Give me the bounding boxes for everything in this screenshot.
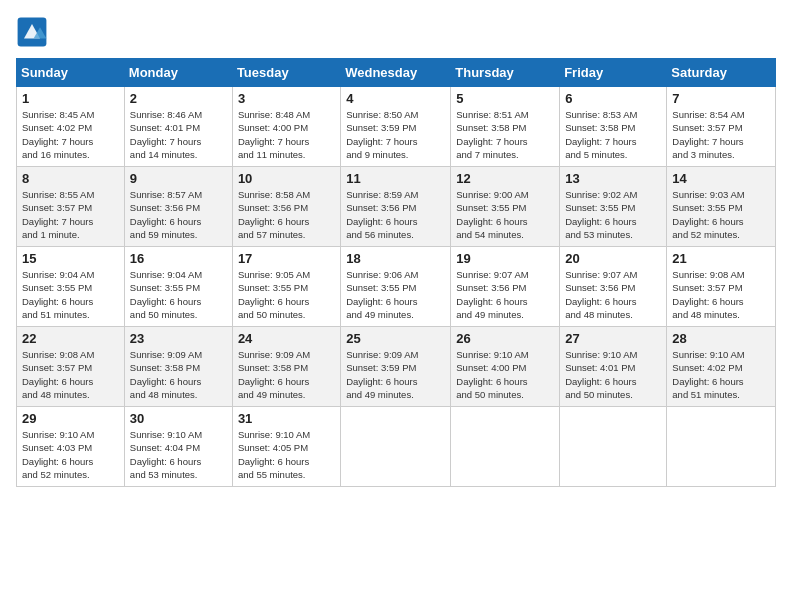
day-info: Sunrise: 9:07 AM Sunset: 3:56 PM Dayligh… xyxy=(456,268,554,321)
day-info: Sunrise: 8:59 AM Sunset: 3:56 PM Dayligh… xyxy=(346,188,445,241)
day-number: 29 xyxy=(22,411,119,426)
day-cell: 4Sunrise: 8:50 AM Sunset: 3:59 PM Daylig… xyxy=(341,87,451,167)
weekday-tuesday: Tuesday xyxy=(232,59,340,87)
day-info: Sunrise: 9:09 AM Sunset: 3:58 PM Dayligh… xyxy=(238,348,335,401)
day-cell: 24Sunrise: 9:09 AM Sunset: 3:58 PM Dayli… xyxy=(232,327,340,407)
day-info: Sunrise: 9:02 AM Sunset: 3:55 PM Dayligh… xyxy=(565,188,661,241)
day-info: Sunrise: 9:08 AM Sunset: 3:57 PM Dayligh… xyxy=(22,348,119,401)
day-cell xyxy=(560,407,667,487)
day-number: 15 xyxy=(22,251,119,266)
weekday-saturday: Saturday xyxy=(667,59,776,87)
day-info: Sunrise: 9:03 AM Sunset: 3:55 PM Dayligh… xyxy=(672,188,770,241)
day-info: Sunrise: 9:05 AM Sunset: 3:55 PM Dayligh… xyxy=(238,268,335,321)
day-cell: 30Sunrise: 9:10 AM Sunset: 4:04 PM Dayli… xyxy=(124,407,232,487)
day-info: Sunrise: 9:10 AM Sunset: 4:03 PM Dayligh… xyxy=(22,428,119,481)
day-number: 24 xyxy=(238,331,335,346)
day-cell: 18Sunrise: 9:06 AM Sunset: 3:55 PM Dayli… xyxy=(341,247,451,327)
weekday-friday: Friday xyxy=(560,59,667,87)
weekday-header-row: SundayMondayTuesdayWednesdayThursdayFrid… xyxy=(17,59,776,87)
day-cell: 27Sunrise: 9:10 AM Sunset: 4:01 PM Dayli… xyxy=(560,327,667,407)
day-info: Sunrise: 8:58 AM Sunset: 3:56 PM Dayligh… xyxy=(238,188,335,241)
day-info: Sunrise: 9:09 AM Sunset: 3:59 PM Dayligh… xyxy=(346,348,445,401)
day-info: Sunrise: 8:57 AM Sunset: 3:56 PM Dayligh… xyxy=(130,188,227,241)
day-number: 16 xyxy=(130,251,227,266)
day-cell: 15Sunrise: 9:04 AM Sunset: 3:55 PM Dayli… xyxy=(17,247,125,327)
day-cell: 9Sunrise: 8:57 AM Sunset: 3:56 PM Daylig… xyxy=(124,167,232,247)
day-number: 11 xyxy=(346,171,445,186)
day-cell: 6Sunrise: 8:53 AM Sunset: 3:58 PM Daylig… xyxy=(560,87,667,167)
day-cell: 7Sunrise: 8:54 AM Sunset: 3:57 PM Daylig… xyxy=(667,87,776,167)
week-row-3: 15Sunrise: 9:04 AM Sunset: 3:55 PM Dayli… xyxy=(17,247,776,327)
day-info: Sunrise: 9:10 AM Sunset: 4:05 PM Dayligh… xyxy=(238,428,335,481)
day-cell: 28Sunrise: 9:10 AM Sunset: 4:02 PM Dayli… xyxy=(667,327,776,407)
day-number: 17 xyxy=(238,251,335,266)
day-cell: 10Sunrise: 8:58 AM Sunset: 3:56 PM Dayli… xyxy=(232,167,340,247)
day-number: 26 xyxy=(456,331,554,346)
day-number: 22 xyxy=(22,331,119,346)
day-cell: 25Sunrise: 9:09 AM Sunset: 3:59 PM Dayli… xyxy=(341,327,451,407)
day-info: Sunrise: 9:10 AM Sunset: 4:00 PM Dayligh… xyxy=(456,348,554,401)
day-cell: 3Sunrise: 8:48 AM Sunset: 4:00 PM Daylig… xyxy=(232,87,340,167)
day-cell: 14Sunrise: 9:03 AM Sunset: 3:55 PM Dayli… xyxy=(667,167,776,247)
day-info: Sunrise: 9:10 AM Sunset: 4:02 PM Dayligh… xyxy=(672,348,770,401)
day-info: Sunrise: 8:50 AM Sunset: 3:59 PM Dayligh… xyxy=(346,108,445,161)
day-number: 2 xyxy=(130,91,227,106)
day-info: Sunrise: 9:08 AM Sunset: 3:57 PM Dayligh… xyxy=(672,268,770,321)
day-number: 3 xyxy=(238,91,335,106)
day-number: 14 xyxy=(672,171,770,186)
week-row-4: 22Sunrise: 9:08 AM Sunset: 3:57 PM Dayli… xyxy=(17,327,776,407)
day-cell xyxy=(341,407,451,487)
day-info: Sunrise: 9:07 AM Sunset: 3:56 PM Dayligh… xyxy=(565,268,661,321)
day-cell: 21Sunrise: 9:08 AM Sunset: 3:57 PM Dayli… xyxy=(667,247,776,327)
day-number: 12 xyxy=(456,171,554,186)
calendar-page: SundayMondayTuesdayWednesdayThursdayFrid… xyxy=(0,0,792,612)
day-cell: 5Sunrise: 8:51 AM Sunset: 3:58 PM Daylig… xyxy=(451,87,560,167)
day-cell: 29Sunrise: 9:10 AM Sunset: 4:03 PM Dayli… xyxy=(17,407,125,487)
day-number: 8 xyxy=(22,171,119,186)
day-number: 20 xyxy=(565,251,661,266)
week-row-2: 8Sunrise: 8:55 AM Sunset: 3:57 PM Daylig… xyxy=(17,167,776,247)
day-number: 13 xyxy=(565,171,661,186)
weekday-monday: Monday xyxy=(124,59,232,87)
day-cell: 17Sunrise: 9:05 AM Sunset: 3:55 PM Dayli… xyxy=(232,247,340,327)
day-number: 7 xyxy=(672,91,770,106)
day-number: 23 xyxy=(130,331,227,346)
day-cell xyxy=(667,407,776,487)
day-info: Sunrise: 9:00 AM Sunset: 3:55 PM Dayligh… xyxy=(456,188,554,241)
day-number: 1 xyxy=(22,91,119,106)
day-cell: 26Sunrise: 9:10 AM Sunset: 4:00 PM Dayli… xyxy=(451,327,560,407)
day-cell: 11Sunrise: 8:59 AM Sunset: 3:56 PM Dayli… xyxy=(341,167,451,247)
day-info: Sunrise: 9:10 AM Sunset: 4:04 PM Dayligh… xyxy=(130,428,227,481)
weekday-thursday: Thursday xyxy=(451,59,560,87)
day-info: Sunrise: 8:55 AM Sunset: 3:57 PM Dayligh… xyxy=(22,188,119,241)
day-info: Sunrise: 8:45 AM Sunset: 4:02 PM Dayligh… xyxy=(22,108,119,161)
day-cell: 20Sunrise: 9:07 AM Sunset: 3:56 PM Dayli… xyxy=(560,247,667,327)
day-info: Sunrise: 9:09 AM Sunset: 3:58 PM Dayligh… xyxy=(130,348,227,401)
day-number: 27 xyxy=(565,331,661,346)
day-number: 5 xyxy=(456,91,554,106)
day-info: Sunrise: 8:48 AM Sunset: 4:00 PM Dayligh… xyxy=(238,108,335,161)
page-header xyxy=(16,16,776,48)
day-number: 18 xyxy=(346,251,445,266)
day-cell: 2Sunrise: 8:46 AM Sunset: 4:01 PM Daylig… xyxy=(124,87,232,167)
day-number: 10 xyxy=(238,171,335,186)
weekday-sunday: Sunday xyxy=(17,59,125,87)
day-number: 21 xyxy=(672,251,770,266)
day-number: 30 xyxy=(130,411,227,426)
day-info: Sunrise: 9:10 AM Sunset: 4:01 PM Dayligh… xyxy=(565,348,661,401)
day-info: Sunrise: 8:54 AM Sunset: 3:57 PM Dayligh… xyxy=(672,108,770,161)
day-cell xyxy=(451,407,560,487)
day-cell: 31Sunrise: 9:10 AM Sunset: 4:05 PM Dayli… xyxy=(232,407,340,487)
day-number: 9 xyxy=(130,171,227,186)
day-cell: 13Sunrise: 9:02 AM Sunset: 3:55 PM Dayli… xyxy=(560,167,667,247)
day-cell: 8Sunrise: 8:55 AM Sunset: 3:57 PM Daylig… xyxy=(17,167,125,247)
day-number: 19 xyxy=(456,251,554,266)
day-info: Sunrise: 9:06 AM Sunset: 3:55 PM Dayligh… xyxy=(346,268,445,321)
day-number: 6 xyxy=(565,91,661,106)
day-number: 25 xyxy=(346,331,445,346)
day-info: Sunrise: 9:04 AM Sunset: 3:55 PM Dayligh… xyxy=(130,268,227,321)
day-cell: 19Sunrise: 9:07 AM Sunset: 3:56 PM Dayli… xyxy=(451,247,560,327)
day-info: Sunrise: 8:46 AM Sunset: 4:01 PM Dayligh… xyxy=(130,108,227,161)
day-info: Sunrise: 8:53 AM Sunset: 3:58 PM Dayligh… xyxy=(565,108,661,161)
day-cell: 1Sunrise: 8:45 AM Sunset: 4:02 PM Daylig… xyxy=(17,87,125,167)
